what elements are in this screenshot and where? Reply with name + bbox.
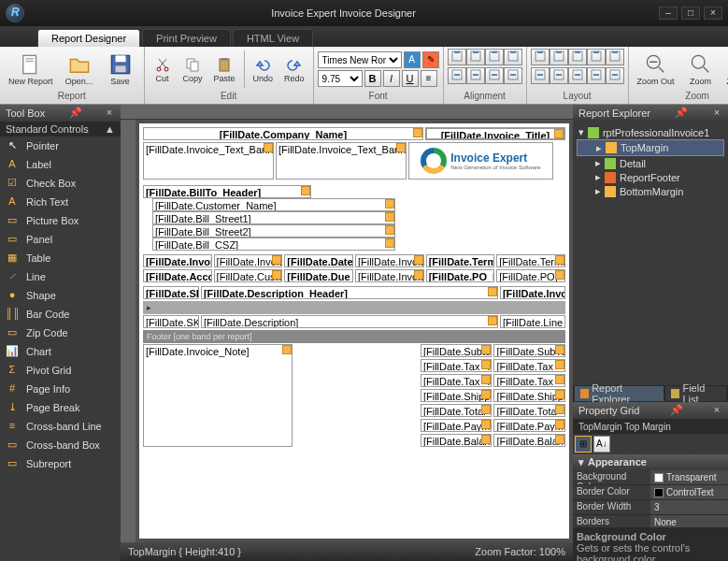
tool-page-info[interactable]: #Page Info (0, 380, 121, 398)
total-field-4-0[interactable]: [FillDate.Total_H (421, 404, 492, 417)
billto-field-1[interactable]: [FillDate.Bill_Street1] (152, 211, 395, 224)
sku-field[interactable]: [FillDate.SKU] (143, 315, 199, 328)
copy-button[interactable]: Copy (178, 50, 207, 89)
tree-node-reportfooter[interactable]: ▸ReportFooter (577, 170, 724, 184)
font-name-select[interactable]: Times New Roman (318, 51, 402, 68)
total-field-6-1[interactable]: [FillDate.BalanceD (493, 434, 565, 447)
prop-row-1[interactable]: Border ColorControlText (573, 485, 728, 500)
total-field-2-0[interactable]: [FillDate.Tax_Te (421, 374, 492, 387)
billto-header-field[interactable]: [FillDate.BillTo_Header] (143, 185, 311, 198)
open-button[interactable]: Open... (60, 50, 99, 89)
detail-band-bar[interactable]: ▸ (143, 301, 565, 314)
tree-root[interactable]: ▾rptProfessionalInvoice1 (577, 125, 724, 139)
total-field-3-1[interactable]: [FillDate.Shipping (493, 389, 565, 402)
row1-field-0[interactable]: [FillDate.Invoic (143, 254, 212, 267)
propgrid-object[interactable]: TopMargin Top Margin (573, 419, 728, 434)
line-header-field[interactable]: [FillDate.Invo (500, 286, 565, 299)
tab-field-list[interactable]: Field List (665, 386, 726, 401)
prop-row-2[interactable]: Border Width3 (573, 500, 728, 515)
layout-button-3[interactable] (587, 49, 606, 65)
bold-button[interactable]: B (364, 70, 381, 87)
layout-button-2[interactable] (568, 49, 587, 65)
banner2-field[interactable]: [FillDate.Invoice_Text_Banner2] (276, 142, 407, 180)
zoom-button[interactable]: Zoom (681, 50, 721, 89)
billto-field-2[interactable]: [FillDate.Bill_Street2] (152, 224, 395, 237)
row1-field-5[interactable]: [FillDate.Terms] (496, 254, 565, 267)
row2-field-2[interactable]: [FillDate.Due_] (284, 269, 353, 282)
undo-button[interactable]: Undo (249, 50, 278, 89)
layout-button-6[interactable] (550, 67, 568, 84)
app-icon[interactable] (6, 4, 24, 22)
tool-panel[interactable]: ▭Panel (0, 230, 121, 249)
tool-cross-band-line[interactable]: ≡Cross-band Line (0, 417, 121, 436)
minimize-button[interactable]: – (659, 7, 678, 20)
close-icon[interactable]: × (711, 108, 722, 119)
tool-pointer[interactable]: ↖Pointer (0, 137, 121, 155)
align-button-8[interactable] (504, 67, 522, 84)
row2-field-5[interactable]: [FillDate.PO] (496, 269, 565, 282)
pin-icon[interactable]: 📌 (670, 405, 681, 416)
justify-button[interactable]: ≡ (421, 70, 437, 87)
tool-shape[interactable]: ●Shape (0, 286, 121, 305)
billto-field-0[interactable]: [FillDate.Customer_Name] (152, 198, 395, 211)
tool-check-box[interactable]: ☑Check Box (0, 174, 121, 193)
total-field-5-0[interactable]: [FillDate.Payment (421, 419, 492, 432)
row1-field-4[interactable]: [FillDate.Term (426, 254, 495, 267)
footer-band-bar[interactable]: Footer [one band per report] (143, 330, 565, 343)
align-button-6[interactable] (466, 67, 485, 84)
prop-alpha-button[interactable]: A↓ (593, 436, 610, 453)
toolbox-category[interactable]: Standard Controls▲ (0, 122, 121, 137)
tree-node-detail[interactable]: ▸Detail (577, 156, 724, 170)
align-button-2[interactable] (485, 49, 504, 65)
row2-field-4[interactable]: [FillDate.PO_H (426, 269, 495, 282)
align-button-0[interactable] (448, 49, 466, 65)
total-field-1-0[interactable]: [FillDate.Tax_Te (421, 359, 492, 372)
tab-report-explorer[interactable]: Report Explorer (575, 386, 664, 401)
align-button-3[interactable] (504, 49, 522, 65)
row2-field-0[interactable]: [FillDate.Acco (143, 269, 212, 282)
design-page[interactable]: [FillDate.Company_Name] [FillDate.Invoic… (139, 123, 569, 539)
row1-field-2[interactable]: [FillDate.Date] (284, 254, 353, 267)
pin-icon[interactable]: 📌 (675, 108, 686, 119)
tree-node-bottommargin[interactable]: ▸BottomMargin (577, 184, 724, 198)
line-field[interactable]: [FillDate.Line_ (500, 315, 565, 328)
cut-button[interactable]: Cut (149, 50, 177, 89)
desc-header-field[interactable]: [FillDate.Description_Header] (201, 286, 498, 299)
prop-row-0[interactable]: Background ColorTransparent (573, 470, 728, 485)
canvas-scroll[interactable]: [FillDate.Company_Name] [FillDate.Invoic… (121, 120, 573, 542)
close-icon[interactable]: × (711, 405, 722, 416)
logo-box[interactable]: Invoice ExpertNext Generation of Invoice… (408, 142, 553, 180)
total-field-0-0[interactable]: [FillDate.Subtotal (421, 344, 492, 357)
redo-button[interactable]: Redo (279, 50, 309, 89)
invoice-title-field[interactable]: [FillDate.Invoice_Title] (425, 127, 565, 140)
tool-subreport[interactable]: ▭Subreport (0, 454, 121, 473)
company-name-field[interactable]: [FillDate.Company_Name] (143, 127, 423, 140)
billto-field-3[interactable]: [FillDate.Bill_CSZ] (152, 237, 395, 251)
row1-field-3[interactable]: [FillDate.Invoice] (355, 254, 424, 267)
font-size-select[interactable]: 9.75 (318, 70, 363, 87)
layout-button-7[interactable] (568, 67, 587, 84)
total-field-5-1[interactable]: [FillDate.Payment (493, 419, 565, 432)
sku-header-field[interactable]: [FillDate.SKU_ (143, 286, 199, 299)
tool-pivot-grid[interactable]: ΣPivot Grid (0, 361, 121, 380)
prop-categorize-button[interactable]: ⊞ (575, 436, 592, 453)
desc-field[interactable]: [FillDate.Description] (201, 315, 498, 328)
tree-node-topmargin[interactable]: ▸TopMargin (577, 139, 724, 156)
new-report-button[interactable]: New Report (4, 50, 58, 89)
close-icon[interactable]: × (104, 108, 115, 119)
total-field-4-1[interactable]: [FillDate.Tota (493, 404, 565, 417)
pin-icon[interactable]: 📌 (69, 108, 80, 119)
tool-picture-box[interactable]: ▭Picture Box (0, 211, 121, 230)
highlight-color-button[interactable]: ✎ (422, 51, 439, 68)
tool-chart[interactable]: 📊Chart (0, 342, 121, 361)
layout-button-1[interactable] (550, 49, 568, 65)
tool-table[interactable]: ▦Table (0, 249, 121, 267)
total-field-6-0[interactable]: [FillDate.Balance (421, 434, 492, 447)
banner1-field[interactable]: [FillDate.Invoice_Text_Banner] (143, 142, 274, 180)
tool-page-break[interactable]: ⤓Page Break (0, 398, 121, 417)
close-button[interactable]: × (704, 7, 722, 20)
total-field-1-1[interactable]: [FillDate.Tax (493, 359, 565, 372)
tool-bar-code[interactable]: ║║Bar Code (0, 305, 121, 324)
layout-button-4[interactable] (606, 49, 624, 65)
tab-print-preview[interactable]: Print Preview (142, 29, 231, 47)
